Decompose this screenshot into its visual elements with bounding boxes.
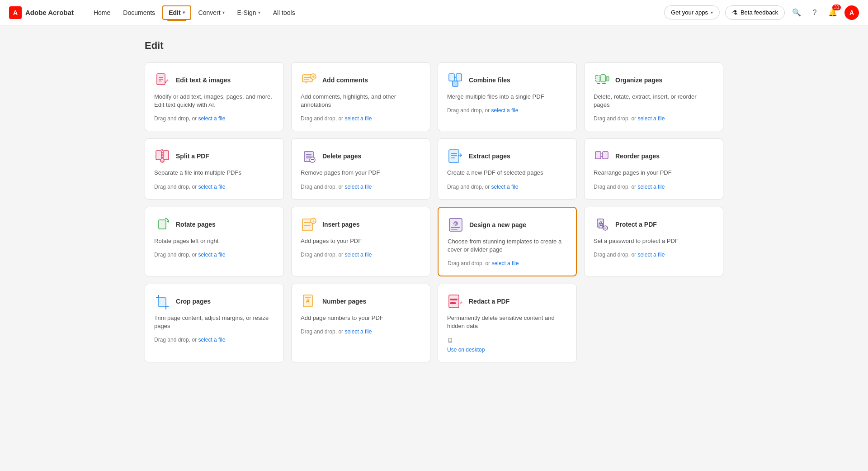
tool-footer: Drag and drop, or select a file bbox=[154, 184, 274, 190]
organize-pages-icon bbox=[594, 72, 610, 88]
tool-card-combine-files[interactable]: Combine filesMerge multiple files into a… bbox=[438, 62, 577, 131]
get-apps-button[interactable]: Get your apps ▾ bbox=[664, 5, 720, 19]
tool-footer: Drag and drop, or select a file bbox=[301, 252, 421, 258]
tool-title: Extract pages bbox=[469, 152, 510, 160]
select-file-link[interactable]: select a file bbox=[637, 252, 665, 258]
tool-footer: Drag and drop, or select a file bbox=[154, 337, 274, 343]
select-file-link[interactable]: select a file bbox=[344, 184, 372, 190]
svg-rect-59 bbox=[449, 295, 459, 308]
nav-item-alltools[interactable]: All tools bbox=[268, 6, 301, 19]
tool-description: Add page numbers to your PDF bbox=[301, 314, 421, 322]
tool-card-header: Reorder pages bbox=[594, 148, 714, 164]
tool-description: Rotate pages left or right bbox=[154, 237, 274, 245]
tool-title: Edit text & images bbox=[176, 76, 231, 84]
tool-footer: Drag and drop, or select a file bbox=[154, 252, 274, 258]
tool-footer: Drag and drop, or select a file bbox=[594, 115, 714, 122]
protect-pdf-icon bbox=[594, 216, 610, 233]
select-file-link[interactable]: select a file bbox=[198, 115, 225, 122]
tool-title: Design a new page bbox=[469, 221, 526, 228]
tool-footer: Drag and drop, or select a file bbox=[154, 115, 274, 122]
svg-text:A: A bbox=[454, 222, 457, 226]
tool-title: Redact a PDF bbox=[469, 298, 509, 305]
tool-card-insert-pages[interactable]: + Insert pagesAdd pages to your PDFDrag … bbox=[291, 207, 430, 276]
tool-description: Merge multiple files into a single PDF bbox=[447, 93, 567, 101]
svg-point-48 bbox=[600, 224, 602, 226]
tool-footer: Drag and drop, or select a file bbox=[448, 260, 567, 266]
svg-text:+: + bbox=[312, 219, 315, 224]
svg-rect-17 bbox=[156, 151, 161, 160]
nav-item-documents[interactable]: Documents bbox=[118, 6, 160, 19]
select-file-link[interactable]: select a file bbox=[491, 107, 518, 114]
tool-card-rotate-pages[interactable]: Rotate pagesRotate pages left or rightDr… bbox=[145, 207, 284, 276]
main-content: Edit Edit text & imagesModify or add tex… bbox=[118, 25, 750, 377]
split-pdf-icon: ✂ bbox=[154, 148, 170, 164]
tool-description: Permanently delete sensitive content and… bbox=[447, 314, 567, 330]
tool-description: Add comments, highlights, and other anno… bbox=[301, 93, 421, 109]
nav-item-edit[interactable]: Edit▾ bbox=[162, 5, 191, 20]
tool-card-crop-pages[interactable]: Crop pagesTrim page content, adjust marg… bbox=[145, 284, 284, 362]
tool-card-header: + Add comments bbox=[301, 72, 421, 88]
chevron-down-icon: ▾ bbox=[258, 10, 260, 15]
select-file-link[interactable]: select a file bbox=[198, 184, 225, 190]
tool-card-edit-text-images[interactable]: Edit text & imagesModify or add text, im… bbox=[145, 62, 284, 131]
add-comments-icon: + bbox=[301, 72, 317, 88]
select-file-link[interactable]: select a file bbox=[491, 260, 519, 266]
svg-rect-51 bbox=[159, 298, 166, 307]
tool-card-organize-pages[interactable]: Organize pagesDelete, rotate, extract, i… bbox=[584, 62, 723, 131]
notifications-icon[interactable]: 🔔 30 bbox=[826, 6, 839, 19]
select-file-link[interactable]: select a file bbox=[198, 337, 225, 343]
use-on-desktop-link[interactable]: Use on desktop bbox=[447, 347, 485, 353]
rotate-pages-icon bbox=[154, 216, 170, 233]
brand[interactable]: A Adobe Acrobat bbox=[9, 6, 74, 19]
chevron-down-icon: ▾ bbox=[183, 10, 185, 15]
tool-description: Rearrange pages in your PDF bbox=[594, 169, 714, 177]
svg-rect-33 bbox=[595, 152, 601, 159]
tool-card-header: A Design a new page bbox=[448, 217, 567, 233]
tool-title: Rotate pages bbox=[176, 221, 216, 228]
tool-card-design-new-page[interactable]: A Design a new pageChoose from stunning … bbox=[438, 207, 577, 276]
tool-footer: Drag and drop, or select a file bbox=[301, 184, 421, 190]
tool-card-redact-pdf[interactable]: Redact a PDFPermanently delete sensitive… bbox=[438, 284, 577, 362]
tool-description: Set a password to protect a PDF bbox=[594, 237, 714, 245]
select-file-link[interactable]: select a file bbox=[491, 184, 518, 190]
crop-pages-icon bbox=[154, 293, 170, 309]
svg-marker-36 bbox=[167, 220, 169, 223]
tool-card-header: ✂ Split a PDF bbox=[154, 148, 274, 164]
nav-links: HomeDocumentsEdit▾Convert▾E-Sign▾All too… bbox=[88, 5, 664, 20]
svg-rect-61 bbox=[450, 302, 456, 304]
help-icon[interactable]: ? bbox=[808, 6, 821, 19]
nav-item-convert[interactable]: Convert▾ bbox=[193, 6, 230, 19]
nav-item-esign[interactable]: E-Sign▾ bbox=[232, 6, 266, 19]
svg-rect-18 bbox=[163, 151, 169, 160]
avatar[interactable]: A bbox=[844, 5, 859, 20]
select-file-link[interactable]: select a file bbox=[198, 252, 225, 258]
tool-footer: Drag and drop, or select a file bbox=[447, 107, 567, 114]
svg-rect-12 bbox=[456, 74, 462, 81]
select-file-link[interactable]: select a file bbox=[344, 115, 372, 122]
tool-footer: Drag and drop, or select a file bbox=[594, 252, 714, 258]
svg-rect-11 bbox=[449, 74, 454, 81]
tool-card-add-comments[interactable]: + Add commentsAdd comments, highlights, … bbox=[291, 62, 430, 131]
svg-text:✂: ✂ bbox=[161, 159, 165, 163]
nav-item-home[interactable]: Home bbox=[88, 6, 116, 19]
tool-card-header: Edit text & images bbox=[154, 72, 274, 88]
search-icon[interactable]: 🔍 bbox=[790, 6, 803, 19]
select-file-link[interactable]: select a file bbox=[637, 115, 665, 122]
tool-description: Add pages to your PDF bbox=[301, 237, 421, 245]
beta-feedback-button[interactable]: ⚗ Beta feedback bbox=[725, 5, 785, 20]
select-file-link[interactable]: select a file bbox=[344, 252, 372, 258]
tool-card-reorder-pages[interactable]: Reorder pagesRearrange pages in your PDF… bbox=[584, 138, 723, 199]
tool-card-protect-pdf[interactable]: Protect a PDFSet a password to protect a… bbox=[584, 207, 723, 276]
select-file-link[interactable]: select a file bbox=[344, 328, 372, 335]
tool-card-split-pdf[interactable]: ✂ Split a PDFSeparate a file into multip… bbox=[145, 138, 284, 199]
tool-card-number-pages[interactable]: # Number pagesAdd page numbers to your P… bbox=[291, 284, 430, 362]
edit-text-images-icon bbox=[154, 72, 170, 88]
tool-card-delete-pages[interactable]: Delete pagesRemove pages from your PDFDr… bbox=[291, 138, 430, 199]
tool-card-header: Crop pages bbox=[154, 293, 274, 309]
select-file-link[interactable]: select a file bbox=[637, 184, 665, 190]
tool-description: Separate a file into multiple PDFs bbox=[154, 169, 274, 177]
notification-badge: 30 bbox=[832, 5, 841, 10]
tool-title: Insert pages bbox=[322, 221, 359, 228]
chevron-down-icon: ▾ bbox=[711, 10, 713, 15]
tool-card-extract-pages[interactable]: Extract pagesCreate a new PDF of selecte… bbox=[438, 138, 577, 199]
